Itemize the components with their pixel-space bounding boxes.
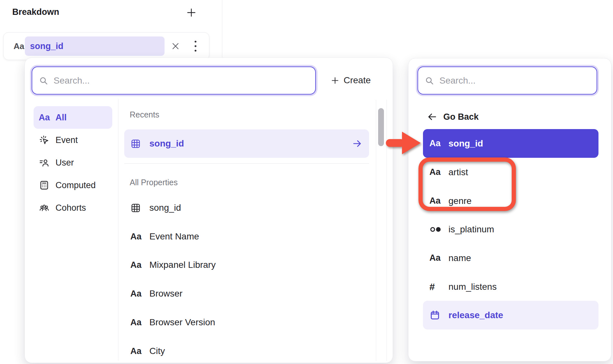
arrow-right-icon: [352, 139, 362, 148]
search-icon: [425, 76, 434, 86]
kebab-icon: [194, 40, 197, 52]
property-item-label: song_id: [149, 203, 181, 213]
text-type-icon: Aa: [429, 253, 441, 263]
property-item-song_id[interactable]: song_id: [124, 129, 369, 158]
category-item-computed[interactable]: Computed: [34, 174, 112, 197]
sub-property-item-num_listens[interactable]: #num_listens: [423, 272, 598, 301]
sub-property-item-artist[interactable]: Aaartist: [423, 158, 598, 187]
boolean-icon: [429, 225, 442, 234]
sub-property-item-genre[interactable]: Aagenre: [423, 187, 598, 215]
sub-property-item-label: release_date: [448, 310, 503, 320]
category-label: User: [55, 158, 74, 168]
left-search-box[interactable]: [32, 66, 316, 95]
section-edge-divider: [222, 0, 222, 58]
cohorts-icon: [39, 202, 50, 213]
category-label: Computed: [55, 180, 96, 190]
text-type-icon: Aa: [130, 260, 142, 270]
category-item-cohorts[interactable]: Cohorts: [34, 197, 112, 219]
section-label: Recents: [130, 110, 159, 119]
property-item-label: Browser: [149, 288, 183, 299]
category-item-user[interactable]: User: [34, 151, 112, 174]
scrollbar-thumb[interactable]: [378, 108, 384, 146]
category-label: All: [55, 113, 67, 123]
property-picker-panel: Create AaAllEventUserComputedCohorts Rec…: [25, 57, 393, 363]
table-icon: [130, 203, 141, 213]
sub-property-item-label: is_platinum: [448, 224, 494, 235]
more-options-button[interactable]: [192, 40, 199, 53]
breakdown-property-row: Aa song_id: [3, 32, 209, 60]
category-label: Event: [55, 135, 78, 145]
annotation-arrow: [386, 131, 422, 155]
create-button[interactable]: Create: [331, 72, 371, 89]
section-divider: [124, 163, 369, 164]
sub-property-item-is_platinum[interactable]: is_platinum: [423, 215, 598, 244]
scrollbar-track[interactable]: [376, 100, 387, 361]
sub-property-item-label: name: [448, 253, 471, 263]
property-item-label: City: [149, 346, 165, 356]
go-back-label: Go Back: [443, 112, 479, 122]
sub-property-item-name[interactable]: Aaname: [423, 244, 598, 272]
property-item-City[interactable]: AaCity: [124, 337, 369, 364]
computed-icon: [39, 180, 50, 191]
property-item-label: Browser Version: [149, 317, 215, 328]
number-type-icon: #: [429, 281, 435, 292]
property-item-Event Name[interactable]: AaEvent Name: [124, 222, 369, 251]
left-search-input[interactable]: [53, 75, 262, 86]
property-item-label: Event Name: [149, 231, 199, 242]
plus-icon: [186, 7, 196, 18]
text-type-icon: Aa: [39, 113, 50, 123]
sub-property-item-label: artist: [448, 167, 468, 177]
remove-breakdown-button[interactable]: [170, 41, 181, 52]
property-item-Browser Version[interactable]: AaBrowser Version: [124, 308, 369, 337]
property-detail-panel: Go Back Aasong_idAaartistAagenreis_plati…: [408, 58, 611, 361]
property-item-song_id[interactable]: song_id: [124, 194, 369, 222]
sub-property-item-song_id[interactable]: Aasong_id: [423, 129, 598, 158]
plus-icon: [331, 76, 339, 85]
go-back-button[interactable]: Go Back: [427, 107, 479, 126]
event-icon: [39, 135, 50, 146]
page-root: Breakdown Aa song_id Create AaAllEventUs…: [0, 0, 613, 364]
text-type-icon: Aa: [429, 196, 441, 206]
sub-property-item-label: genre: [448, 196, 472, 206]
text-type-icon: Aa: [130, 232, 142, 242]
property-item-Mixpanel Library[interactable]: AaMixpanel Library: [124, 251, 369, 279]
section-label: All Properties: [130, 178, 178, 187]
text-type-icon: Aa: [130, 346, 142, 356]
property-item-Browser[interactable]: AaBrowser: [124, 279, 369, 308]
user-icon: [39, 157, 50, 168]
close-icon: [171, 42, 180, 51]
chip-label: song_id: [30, 41, 64, 51]
search-icon: [39, 76, 48, 86]
category-label: Cohorts: [55, 203, 86, 213]
property-type-icon: Aa: [14, 41, 24, 51]
right-search-input[interactable]: [439, 75, 569, 86]
sub-property-item-label: num_listens: [448, 282, 497, 292]
breakdown-property-chip[interactable]: song_id: [25, 36, 165, 56]
category-item-event[interactable]: Event: [34, 129, 112, 151]
property-item-label: song_id: [149, 138, 184, 149]
create-button-label: Create: [344, 75, 371, 86]
text-type-icon: Aa: [130, 318, 142, 328]
table-icon: [130, 138, 141, 149]
text-type-icon: Aa: [429, 167, 441, 177]
breakdown-section-title: Breakdown: [12, 7, 59, 17]
property-item-label: Mixpanel Library: [149, 260, 216, 270]
sub-property-item-release_date[interactable]: release_date: [423, 301, 598, 329]
text-type-icon: Aa: [429, 138, 441, 148]
category-item-all[interactable]: AaAll: [34, 106, 112, 129]
sub-property-item-label: song_id: [448, 138, 483, 149]
category-list-divider: [118, 99, 118, 361]
text-type-icon: Aa: [130, 289, 142, 299]
add-breakdown-button[interactable]: [185, 6, 197, 19]
date-icon: [429, 310, 440, 321]
back-arrow-icon: [427, 112, 437, 122]
right-search-box[interactable]: [417, 66, 597, 95]
